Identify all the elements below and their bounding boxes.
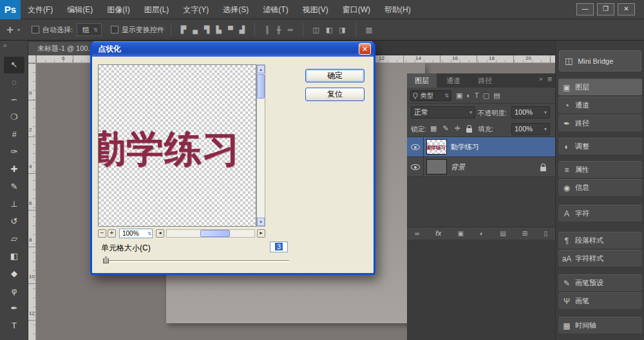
eraser-tool[interactable]: ▱ [4, 231, 24, 247]
dialog-close-button[interactable]: ✕ [359, 43, 371, 55]
layer-row-text[interactable]: 勤学练习 勤学练习 [407, 137, 555, 157]
panel-button-adjustments[interactable]: ◐ 调整 [558, 138, 642, 155]
healing-brush-tool[interactable]: ✚ [4, 161, 24, 178]
filter-type-layers-icon[interactable]: T [475, 90, 479, 101]
new-group-icon[interactable]: ▤ [500, 230, 506, 237]
show-transform-checkbox[interactable] [111, 26, 118, 33]
collapse-panel-icon[interactable]: » [539, 75, 543, 82]
layer-mask-icon[interactable]: ▣ [457, 230, 463, 237]
preview-horizontal-scrollbar[interactable] [166, 229, 255, 238]
cell-size-slider[interactable] [105, 260, 289, 262]
align-right-edges-icon[interactable]: ▟ [236, 19, 248, 40]
zoom-out-button[interactable]: − [98, 229, 106, 238]
panel-button-character-styles[interactable]: aA 字符样式 [558, 250, 642, 267]
auto-select-target-dropdown[interactable]: 组 ⇅ [77, 23, 102, 36]
layer-name[interactable]: 背景 [451, 162, 465, 172]
align-bottom-edges-icon[interactable]: ▜ [201, 19, 213, 40]
panel-button-brush[interactable]: Ψ 画笔 [558, 292, 642, 309]
lock-position-icon[interactable]: ✛ [455, 124, 460, 133]
link-layers-icon[interactable]: ∞ [415, 230, 419, 237]
panel-button-properties[interactable]: ≡ 属性 [558, 161, 642, 178]
layer-thumbnail[interactable] [426, 159, 447, 175]
lock-all-icon[interactable] [466, 128, 472, 133]
eyedropper-tool[interactable]: ✑ [4, 144, 24, 160]
menu-image[interactable]: 图像(I) [100, 0, 137, 19]
menu-edit[interactable]: 编辑(E) [60, 0, 100, 19]
dodge-tool[interactable]: φ [4, 283, 24, 299]
menu-layer[interactable]: 图层(L) [137, 0, 176, 19]
filter-shape-layers-icon[interactable]: ▢ [483, 90, 489, 101]
delete-layer-icon[interactable]: ▯ [544, 230, 547, 237]
reset-button[interactable]: 复位 [305, 88, 365, 101]
blur-tool[interactable]: ◆ [4, 265, 24, 282]
lock-transparent-pixels-icon[interactable]: ▦ [430, 124, 437, 133]
filter-pixel-layers-icon[interactable]: ▣ [456, 90, 462, 101]
mini-bridge-button[interactable]: ◫ Mini Bridge [559, 50, 641, 71]
panel-button-info[interactable]: ◉ 信息 [558, 179, 642, 196]
align-left-edges-icon[interactable]: ▙ [213, 19, 224, 40]
scroll-up-icon[interactable]: ▲ [257, 65, 265, 73]
tab-paths[interactable]: 路径 [470, 73, 500, 88]
clone-stamp-tool[interactable]: ⊥ [4, 196, 24, 212]
menu-view[interactable]: 视图(V) [296, 0, 336, 19]
panel-button-timeline[interactable]: ▦ 时间轴 [558, 317, 642, 334]
move-tool[interactable]: ↖ [4, 57, 24, 73]
distribute-left-icon[interactable]: ◫ [310, 19, 323, 40]
menu-file[interactable]: 文件(F) [21, 0, 60, 19]
fill-dropdown[interactable]: 100% ▾ [511, 123, 550, 135]
crop-tool[interactable]: # [4, 126, 24, 143]
distribute-center-icon[interactable]: ╫ [273, 19, 285, 40]
blend-mode-dropdown[interactable]: 正常 ▾ [411, 106, 475, 118]
menu-select[interactable]: 选择(S) [216, 0, 256, 19]
scroll-left-button[interactable]: ◄ [156, 229, 164, 238]
auto-select-checkbox[interactable] [32, 26, 39, 33]
distribute-middle-icon[interactable]: ◧ [323, 19, 336, 40]
scroll-down-icon[interactable]: ▼ [257, 218, 265, 226]
distribute-top-icon[interactable]: ║ [261, 19, 273, 40]
panel-button-paths[interactable]: ✒ 路径 [558, 115, 642, 131]
scroll-right-button[interactable]: ► [257, 229, 265, 238]
tab-layers[interactable]: 图层 [407, 73, 437, 88]
brush-tool[interactable]: ✎ [4, 178, 24, 195]
zoom-in-button[interactable]: + [108, 229, 116, 238]
align-vertical-centers-icon[interactable]: ▄ [189, 19, 201, 40]
tool-preset-dropdown-icon[interactable]: ▾ [17, 27, 20, 33]
filter-preview[interactable]: 勤学练习 [98, 64, 256, 227]
cell-size-input[interactable]: 3 [270, 241, 288, 252]
close-window-button[interactable]: ✕ [618, 3, 635, 15]
menu-help[interactable]: 帮助(H) [377, 0, 418, 19]
preview-vertical-scrollbar[interactable]: ▲ ▼ [256, 64, 265, 227]
pen-tool[interactable]: ✒ [4, 300, 24, 317]
visibility-cell[interactable] [407, 157, 424, 177]
panel-button-layers[interactable]: ▣ 图层 [558, 79, 642, 95]
layer-name[interactable]: 勤学练习 [451, 142, 479, 152]
panel-button-character[interactable]: A 字符 [558, 205, 642, 222]
layer-style-icon[interactable]: fx [435, 230, 441, 237]
menu-type[interactable]: 文字(Y) [176, 0, 216, 19]
panel-button-brush-presets[interactable]: ✎ 画笔预设 [558, 274, 642, 291]
layer-row-background[interactable]: 背景 [407, 157, 555, 177]
restore-button[interactable]: ❐ [597, 3, 614, 15]
tab-channels[interactable]: 通道 [439, 73, 468, 88]
new-layer-icon[interactable]: ⊞ [522, 230, 527, 237]
align-horizontal-centers-icon[interactable]: ▀ [225, 19, 236, 40]
scrollbar-thumb[interactable] [257, 74, 265, 99]
opacity-dropdown[interactable]: 100% ▾ [511, 106, 550, 118]
lock-image-pixels-icon[interactable]: ✎ [442, 124, 448, 133]
panel-menu-icon[interactable]: ≣ [547, 75, 553, 82]
panel-button-channels[interactable]: ◔ 通道 [558, 97, 642, 113]
zoom-level-dropdown[interactable]: 100% ⇅ [119, 229, 153, 238]
quick-selection-tool[interactable]: ❍ [4, 109, 24, 126]
marquee-tool[interactable]: ◌ [4, 74, 24, 91]
panel-button-paragraph-styles[interactable]: ¶ 段落样式 [558, 232, 642, 249]
filter-smart-objects-icon[interactable]: ▤ [493, 90, 500, 101]
align-top-edges-icon[interactable]: ▛ [178, 19, 189, 40]
layer-thumbnail[interactable]: 勤学练习 [426, 139, 447, 155]
adjustment-layer-icon[interactable]: ◐ [480, 230, 484, 237]
auto-align-layers-icon[interactable]: ▥ [363, 19, 375, 40]
collapse-tools-icon[interactable]: » [3, 42, 7, 49]
cell-size-slider-thumb[interactable] [103, 256, 109, 263]
visibility-cell[interactable] [407, 137, 424, 157]
history-brush-tool[interactable]: ↺ [4, 213, 24, 230]
menu-filter[interactable]: 滤镜(T) [256, 0, 295, 19]
